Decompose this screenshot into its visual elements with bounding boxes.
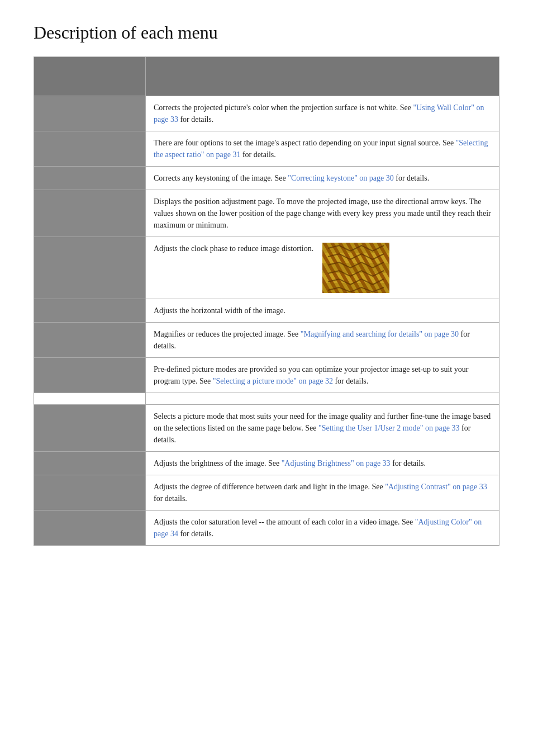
distortion-svg bbox=[322, 243, 389, 293]
left-label-keystone bbox=[34, 167, 146, 190]
contrast-link[interactable]: "Adjusting Contrast" on page 33 bbox=[385, 483, 487, 491]
right-desc-position: Displays the position adjustment page. T… bbox=[146, 190, 499, 237]
table-row: Adjusts the horizontal width of the imag… bbox=[34, 299, 499, 323]
right-desc-wall-color: Corrects the projected picture's color w… bbox=[146, 96, 499, 131]
table-row: Adjusts the degree of difference between… bbox=[34, 475, 499, 511]
left-label-phase bbox=[34, 237, 146, 299]
header-right-cell bbox=[146, 57, 499, 96]
right-desc-color: Adjusts the color saturation level -- th… bbox=[146, 511, 499, 546]
table-header-row bbox=[34, 57, 499, 96]
table-row: Adjusts the brightness of the image. See… bbox=[34, 452, 499, 475]
table-row: Pre-defined picture modes are provided s… bbox=[34, 358, 499, 393]
phase-content: Adjusts the clock phase to reduce image … bbox=[154, 243, 491, 293]
right-desc-aspect-ratio: There are four options to set the image'… bbox=[146, 131, 499, 167]
right-desc-keystone: Corrects any keystoning of the image. Se… bbox=[146, 167, 499, 190]
picture-mode-link[interactable]: "Selecting a picture mode" on page 32 bbox=[213, 377, 333, 385]
page-title: Description of each menu bbox=[34, 22, 499, 43]
left-label-color bbox=[34, 511, 146, 546]
right-desc-brightness: Adjusts the brightness of the image. See… bbox=[146, 452, 499, 475]
table-row: Corrects the projected picture's color w… bbox=[34, 96, 499, 131]
distortion-icon bbox=[322, 243, 389, 293]
table-row: Displays the position adjustment page. T… bbox=[34, 190, 499, 237]
left-label-contrast bbox=[34, 475, 146, 511]
right-desc-zoom: Magnifies or reduces the projected image… bbox=[146, 323, 499, 358]
right-desc-phase: Adjusts the clock phase to reduce image … bbox=[146, 237, 499, 299]
table-row: Magnifies or reduces the projected image… bbox=[34, 323, 499, 358]
keystone-link[interactable]: "Correcting keystone" on page 30 bbox=[288, 174, 394, 182]
left-label-position bbox=[34, 190, 146, 237]
brightness-link[interactable]: "Adjusting Brightness" on page 33 bbox=[282, 459, 391, 467]
table-row: Adjusts the color saturation level -- th… bbox=[34, 511, 499, 546]
right-desc-user-mode: Selects a picture mode that most suits y… bbox=[146, 405, 499, 452]
left-label-user-mode bbox=[34, 405, 146, 452]
spacer-row bbox=[34, 393, 499, 405]
right-desc-picture-mode: Pre-defined picture modes are provided s… bbox=[146, 358, 499, 393]
color-link[interactable]: "Adjusting Color" on page 34 bbox=[154, 518, 482, 538]
left-label-zoom bbox=[34, 323, 146, 358]
user-mode-link[interactable]: "Setting the User 1/User 2 mode" on page… bbox=[318, 424, 460, 432]
table-row: Selects a picture mode that most suits y… bbox=[34, 405, 499, 452]
table-row: Corrects any keystoning of the image. Se… bbox=[34, 167, 499, 190]
table-row: There are four options to set the image'… bbox=[34, 131, 499, 167]
left-label-brightness bbox=[34, 452, 146, 475]
wall-color-link[interactable]: "Using Wall Color" on page 33 bbox=[154, 103, 484, 124]
left-label-wall-color bbox=[34, 96, 146, 131]
right-desc-contrast: Adjusts the degree of difference between… bbox=[146, 475, 499, 511]
zoom-link[interactable]: "Magnifying and searching for details" o… bbox=[301, 330, 459, 338]
left-label-hsize bbox=[34, 299, 146, 323]
svg-rect-6 bbox=[322, 283, 389, 293]
left-label-picture-mode bbox=[34, 358, 146, 393]
left-label-aspect-ratio bbox=[34, 131, 146, 167]
table-row: Adjusts the clock phase to reduce image … bbox=[34, 237, 499, 299]
right-desc-hsize: Adjusts the horizontal width of the imag… bbox=[146, 299, 499, 323]
description-table: Corrects the projected picture's color w… bbox=[34, 56, 499, 546]
phase-text: Adjusts the clock phase to reduce image … bbox=[154, 243, 313, 254]
aspect-ratio-link[interactable]: "Selecting the aspect ratio" on page 31 bbox=[154, 139, 488, 159]
header-left-cell bbox=[34, 57, 146, 96]
